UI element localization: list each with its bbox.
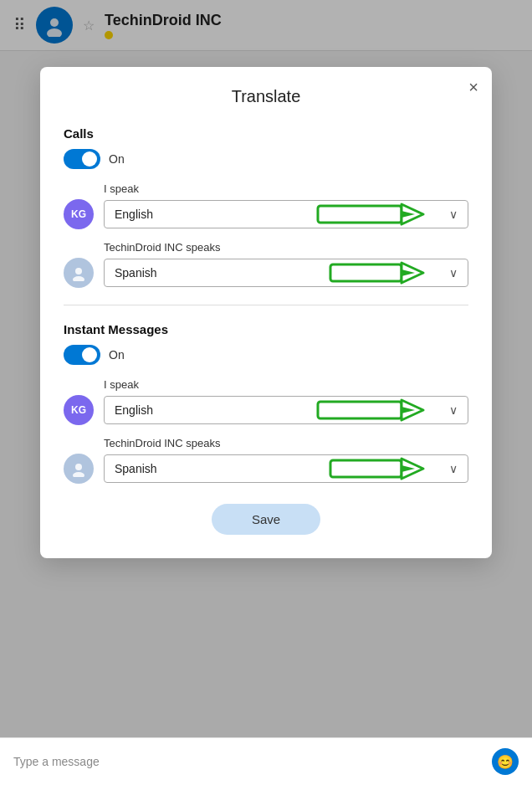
calls-i-speak-label: I speak [104,182,468,195]
calls-toggle-row: On [64,149,468,169]
calls-other-speak-value: Spanish [115,266,157,280]
close-button[interactable]: × [468,79,478,95]
calls-toggle[interactable] [64,149,100,169]
calls-i-speak-dropdown-wrapper: English ∨ [104,200,468,228]
messages-other-speak-dropdown[interactable]: Spanish ∨ [104,454,468,483]
calls-i-speak-row: KG I speak English ∨ [64,182,468,229]
calls-i-speak-chevron-icon: ∨ [449,208,458,221]
messages-i-speak-chevron-icon: ∨ [449,403,458,417]
message-input-bar: Type a message 😊 [0,737,532,785]
messages-i-speak-label: I speak [104,378,468,391]
messages-i-speak-dropdown-wrapper: English ∨ [104,396,468,424]
calls-i-speak-content: I speak English ∨ [104,182,468,228]
svg-point-14 [73,472,84,477]
section-divider [64,305,468,305]
calls-section-label: Calls [64,126,468,141]
calls-other-speak-dropdown-wrapper: Spanish ∨ [104,259,468,287]
svg-point-6 [73,276,84,281]
messages-i-speak-value: English [115,403,153,417]
svg-point-13 [75,464,82,470]
messages-i-speak-content: I speak English ∨ [104,378,468,424]
messages-other-speak-dropdown-wrapper: Spanish ∨ [104,454,468,483]
messages-other-speak-label: TechinDroid INC speaks [104,437,468,449]
calls-other-speak-row: TechinDroid INC speaks Spanish ∨ [64,241,468,288]
messages-other-speak-content: TechinDroid INC speaks Spanish ∨ [104,437,468,483]
svg-point-5 [75,268,82,274]
messages-other-speak-row: TechinDroid INC speaks Spanish ∨ [64,437,468,484]
modal-title: Translate [64,87,468,106]
calls-other-speak-content: TechinDroid INC speaks Spanish ∨ [104,241,468,287]
translate-modal: × Translate Calls On KG I speak English … [40,67,492,558]
messages-toggle-label: On [109,348,125,362]
user-avatar-calls: KG [64,199,94,229]
emoji-button[interactable]: 😊 [492,748,519,775]
messages-other-speak-chevron-icon: ∨ [449,462,458,475]
contact-avatar-calls [64,258,94,288]
messages-other-speak-value: Spanish [115,462,157,475]
message-placeholder[interactable]: Type a message [13,755,100,768]
calls-i-speak-value: English [115,208,153,221]
messages-toggle-row: On [64,345,468,365]
user-avatar-messages: KG [64,395,94,425]
calls-other-speak-dropdown[interactable]: Spanish ∨ [104,259,468,287]
calls-other-speak-label: TechinDroid INC speaks [104,241,468,254]
calls-i-speak-dropdown[interactable]: English ∨ [104,200,468,228]
messages-toggle[interactable] [64,345,100,365]
messages-i-speak-row: KG I speak English ∨ [64,378,468,425]
calls-other-speak-chevron-icon: ∨ [449,266,458,280]
save-button[interactable]: Save [212,504,320,535]
contact-avatar-messages [64,454,94,484]
messages-i-speak-dropdown[interactable]: English ∨ [104,396,468,424]
modal-overlay: × Translate Calls On KG I speak English … [0,0,532,785]
messages-section-label: Instant Messages [64,322,468,336]
calls-toggle-label: On [109,152,125,166]
